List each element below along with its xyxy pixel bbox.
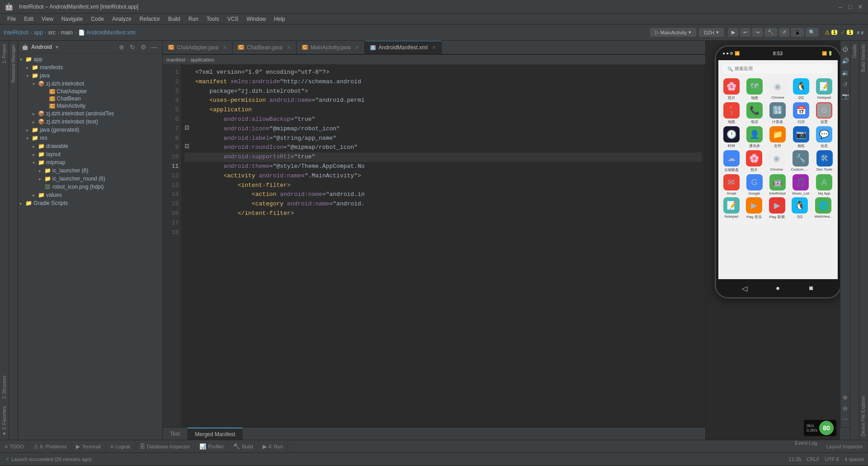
zoom-out-icon[interactable]: ⊖ xyxy=(841,404,850,413)
code-line-6[interactable]: <application xyxy=(184,105,702,115)
menu-item-tools[interactable]: Tools xyxy=(203,15,223,23)
tree-item-ic_launcher_round[interactable]: ▸📁ic_launcher_round (6) xyxy=(18,175,162,183)
app-照片[interactable]: 🌸照片 xyxy=(746,150,762,172)
app-地图[interactable]: 📍地图 xyxy=(723,102,740,124)
tree-item-robot_icon[interactable]: 🖼robot_icon.png (hdpi) xyxy=(18,183,162,191)
menu-item-view[interactable]: View xyxy=(38,15,57,23)
app-计算器[interactable]: 🔢计算器 xyxy=(769,102,786,124)
avd-btn[interactable]: 📱 xyxy=(791,28,804,37)
menu-item-navigate[interactable]: Navigate xyxy=(58,15,86,23)
problems-btn[interactable]: ⚠ 6: Problems xyxy=(29,440,72,452)
app-MyApp[interactable]: AMy App xyxy=(816,174,832,195)
code-line-3[interactable]: package="zj.dzh.intelrobot"> xyxy=(184,87,702,96)
menu-item-edit[interactable]: Edit xyxy=(20,15,37,23)
code-line-1[interactable]: <?xml version="1.0" encoding="utf-8"?> xyxy=(184,68,702,77)
tab-mainactivityjava[interactable]: C MainActivity.java × xyxy=(297,41,365,54)
tab-close-icon[interactable]: × xyxy=(287,44,290,51)
breadcrumb-application[interactable]: application xyxy=(190,57,214,62)
recents-phone-btn[interactable]: ■ xyxy=(807,284,816,293)
code-lines[interactable]: <?xml version="1.0" encoding="utf-8"?><m… xyxy=(181,64,705,427)
favorites-tab[interactable]: ★ 2: Favorites xyxy=(0,403,8,440)
tree-item-ic_launcher[interactable]: ▸📁ic_launcher (6) xyxy=(18,166,162,175)
tree-item-layout[interactable]: ▸📁layout xyxy=(18,150,162,158)
dropdown-arrow[interactable]: ▾ xyxy=(56,44,58,50)
menu-item-help[interactable]: Help xyxy=(270,15,289,23)
file-link[interactable]: AndroidManifest.xml xyxy=(86,29,136,36)
tree-item-mipmap[interactable]: ▾📁mipmap xyxy=(18,158,162,166)
logcat-btn[interactable]: ≡ Logcat xyxy=(106,440,135,452)
menu-item-window[interactable]: Window xyxy=(243,15,269,23)
more-icon[interactable]: ⋯ xyxy=(841,414,850,423)
event-log-btn[interactable]: Event Log xyxy=(790,440,822,446)
line-col[interactable]: 11:35 xyxy=(789,456,802,462)
breadcrumb-manifest[interactable]: manifest xyxy=(166,57,185,62)
app-DevTools[interactable]: 🛠Dev Tools xyxy=(816,150,833,172)
sync-btn[interactable]: ↺ xyxy=(779,28,789,37)
app-Play音乐[interactable]: ▶Play 音乐 xyxy=(746,197,762,219)
app-照片[interactable]: 🌸照片 xyxy=(723,78,740,100)
module-link[interactable]: app xyxy=(34,29,43,36)
maximize-button[interactable]: □ xyxy=(847,4,854,10)
main-activity-btn[interactable]: ▷ MainActivity ▾ xyxy=(650,28,697,37)
build-btn[interactable]: 🔨 xyxy=(764,28,777,37)
tab-chatadapterjava[interactable]: C ChatAdapter.java × xyxy=(163,41,232,54)
app-Chrome[interactable]: ◉Chrome xyxy=(769,78,786,100)
app-Notepad[interactable]: 📝Notepad xyxy=(723,197,740,219)
tree-item-zj.dzh.intelrobot.test[interactable]: ▸📦zj.dzh.intelrobot (test) xyxy=(18,118,162,126)
tree-item-java[interactable]: ▾📁java xyxy=(18,71,162,80)
settings-btn[interactable]: ⚙ xyxy=(139,43,148,52)
forward-btn[interactable]: ↪ xyxy=(752,28,763,37)
run-btn[interactable]: ▶ xyxy=(728,28,738,37)
device-file-explorer-label[interactable]: Device File Explorer xyxy=(859,392,867,440)
app-Play影视[interactable]: ▶Play 影视 xyxy=(769,197,785,219)
sync-btn[interactable]: ↻ xyxy=(128,43,137,52)
profiler-btn[interactable]: 📊 Profiler xyxy=(195,440,229,452)
code-line-9[interactable]: android:label="@string/app_name" xyxy=(184,134,702,143)
app-Chrome[interactable]: ◉Chrome xyxy=(769,150,785,172)
app-Gmail[interactable]: ✉Gmail xyxy=(723,174,740,195)
gradle-label[interactable]: Gradle xyxy=(851,41,859,62)
code-line-2[interactable]: <manifest xmlns:android="http://schemas.… xyxy=(184,77,702,87)
tree-item-zj.dzh.intelrobot[interactable]: ▾📦zj.dzh.intelrobot xyxy=(18,80,162,88)
spaces[interactable]: 4 spaces xyxy=(844,456,864,462)
app-信息[interactable]: 💬信息 xyxy=(816,126,832,148)
project-link[interactable]: IntelRobot xyxy=(4,29,28,36)
crlf[interactable]: CRLF xyxy=(807,456,820,462)
tab-androidmanifestxml[interactable]: A AndroidManifest.xml × xyxy=(365,41,442,54)
code-line-14[interactable]: <intent-filter> xyxy=(184,181,702,190)
app-通讯录[interactable]: 👤通讯录 xyxy=(746,126,763,148)
code-line-13[interactable]: <activity android:name=".MainActivity"> xyxy=(184,171,702,181)
build-variants-label[interactable]: Build Variants xyxy=(859,41,868,76)
dzh-btn[interactable]: DZH ▾ xyxy=(699,28,724,37)
tab-close-icon[interactable]: × xyxy=(355,44,359,51)
menu-item-analyze[interactable]: Analyze xyxy=(108,15,135,23)
todo-btn[interactable]: ≡ TODO xyxy=(0,440,29,452)
tree-item-res[interactable]: ▾📁res xyxy=(18,134,162,142)
back-phone-btn[interactable]: ◁ xyxy=(740,284,749,293)
collapse-btn[interactable]: — xyxy=(150,43,159,52)
merged-manifest-tab[interactable]: Merged Manifest xyxy=(188,428,243,440)
structure-tab[interactable]: 2: Structure xyxy=(0,372,8,403)
code-line-8[interactable]: 🖼 android:icon="@mipmap/robot_icon" xyxy=(184,124,702,134)
power-icon[interactable]: ⏻ xyxy=(841,44,850,53)
close-button[interactable]: ✕ xyxy=(857,4,863,10)
app-时钟[interactable]: 🕐时钟 xyxy=(723,126,740,148)
tree-item-gradle[interactable]: ▸📁Gradle Scripts xyxy=(18,199,162,207)
add-btn[interactable]: ⊕ xyxy=(117,43,126,52)
app-QQ[interactable]: 🐧QQ xyxy=(792,197,808,219)
charset[interactable]: UTF-8 xyxy=(825,456,839,462)
app-WebView...[interactable]: 🌐WebView... xyxy=(815,197,833,219)
menu-item-vcs[interactable]: VCS xyxy=(224,15,242,23)
build-btn[interactable]: 🔨 Build xyxy=(229,440,258,452)
phone-search-bar[interactable]: 🔍 搜索应用 xyxy=(722,64,834,74)
tree-item-ChatAdapter[interactable]: CChatAdapter xyxy=(18,88,162,95)
camera-icon[interactable]: 📷 xyxy=(841,91,850,100)
menu-item-code[interactable]: Code xyxy=(87,15,108,23)
tab-chatbeanjava[interactable]: C ChatBean.java × xyxy=(232,41,296,54)
vol-down-icon[interactable]: 🔉 xyxy=(841,68,850,77)
app-地图[interactable]: 🗺地图 xyxy=(746,78,763,100)
zoom-in-icon[interactable]: ⊕ xyxy=(841,393,850,402)
tab-close-icon[interactable]: × xyxy=(223,44,226,51)
app-QQ[interactable]: 🐧QQ xyxy=(793,78,809,100)
code-line-10[interactable]: 🖼 android:roundIcon="@mipmap/robot_icon" xyxy=(184,143,702,152)
